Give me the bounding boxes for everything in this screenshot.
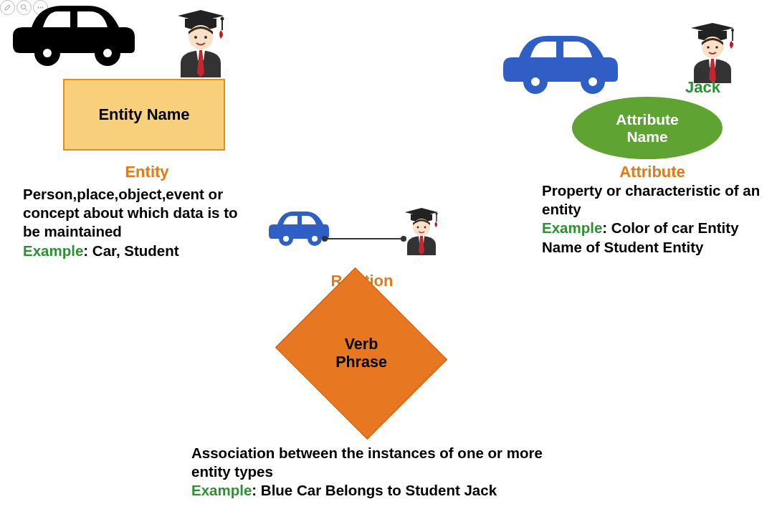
- entity-example-label: Example: [23, 242, 83, 259]
- relation-example-label: Example: [191, 482, 252, 498]
- car-blue-mid-icon: [267, 209, 329, 252]
- student-icon-right: [685, 23, 740, 86]
- relation-connector-line: [321, 232, 407, 245]
- relation-description: Association between the instances of one…: [191, 444, 564, 500]
- svg-point-7: [194, 36, 197, 39]
- relation-description-text: Association between the instances of one…: [191, 445, 543, 480]
- svg-point-3: [103, 49, 112, 57]
- svg-point-12: [312, 236, 318, 242]
- student-icon-mid: [401, 208, 442, 258]
- svg-point-23: [531, 77, 540, 86]
- svg-point-20: [424, 227, 426, 229]
- entity-shape-label: Entity Name: [98, 105, 189, 124]
- attribute-person-name: Jack: [685, 78, 720, 97]
- svg-point-11: [283, 236, 289, 242]
- attribute-shape-label: Attribute Name: [616, 111, 679, 144]
- svg-point-6: [189, 25, 213, 49]
- svg-point-29: [715, 46, 718, 49]
- entity-description-text: Person,place,object,event or concept abo…: [23, 186, 238, 239]
- car-blue-top-icon: [500, 30, 619, 100]
- attribute-description-text: Property or characteristic of an entity: [542, 182, 760, 217]
- relation-shape-diamond: Verb Phrase: [272, 293, 450, 414]
- entity-description: Person,place,object,event or concept abo…: [23, 185, 252, 260]
- attribute-example-label: Example: [542, 219, 602, 236]
- relation-shape-label: Verb Phrase: [335, 336, 387, 371]
- entity-shape-rectangle: Entity Name: [63, 79, 225, 151]
- attribute-description: Property or characteristic of an entity …: [542, 181, 771, 257]
- svg-point-2: [43, 49, 52, 57]
- svg-point-8: [204, 36, 207, 39]
- entity-example-text: : Car, Student: [83, 242, 178, 259]
- relation-example-text: : Blue Car Belongs to Student Jack: [252, 482, 497, 498]
- svg-point-19: [417, 227, 419, 229]
- student-icon-left: [171, 10, 231, 80]
- svg-point-28: [707, 46, 710, 49]
- svg-point-24: [588, 77, 597, 86]
- attribute-heading: Attribute: [613, 163, 692, 181]
- entity-heading: Entity: [118, 163, 176, 181]
- car-black-icon: [10, 0, 138, 76]
- attribute-shape-ellipse: Attribute Name: [572, 97, 723, 159]
